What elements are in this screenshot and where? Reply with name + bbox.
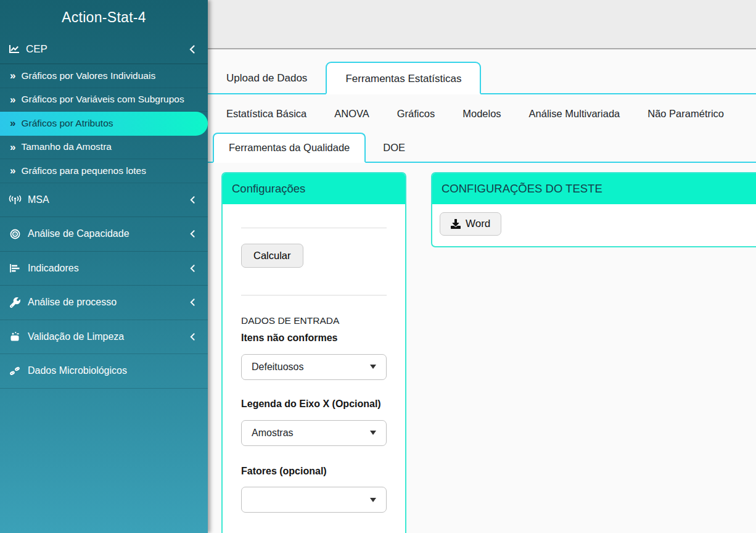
angle-double-right-icon: » <box>10 70 15 81</box>
sidebar-item-graficos-por-atributos[interactable]: » Gráficos por Atributos <box>0 112 208 136</box>
caret-down-icon <box>370 365 376 369</box>
configuracoes-do-teste-panel: CONFIGURAÇÕES DO TESTE Word <box>431 172 756 247</box>
sidebar-item-label: Análise de Capacidade <box>28 228 129 239</box>
calcular-button[interactable]: Calcular <box>241 244 303 268</box>
fatores-select[interactable] <box>241 487 387 513</box>
tab-doe[interactable]: DOE <box>366 134 422 162</box>
sidebar-item-graficos-variaveis-subgrupos[interactable]: » Gráficos por Variáveis com Subgrupos <box>0 88 208 112</box>
sidebar-item-tamanho-da-amostra[interactable]: » Tamanho da Amostra <box>0 136 208 160</box>
word-button-label: Word <box>466 218 490 230</box>
soap-icon <box>8 331 22 342</box>
chevron-left-icon <box>189 44 195 54</box>
sidebar-item-label: CEP <box>26 43 47 56</box>
angle-double-right-icon: » <box>10 94 15 105</box>
sidebar-item-label: MSA <box>28 194 49 205</box>
divider <box>241 295 387 295</box>
broadcast-tower-icon <box>8 195 22 205</box>
top-header-bar <box>208 0 756 49</box>
tab-ferramentas-estatisticas[interactable]: Ferramentas Estatísticas <box>326 62 481 94</box>
sidebar-item-label: Tamanho da Amostra <box>21 141 111 152</box>
sidebar-item-msa[interactable]: MSA <box>0 183 208 218</box>
tertiary-tab-bar: Ferramentas da Qualidade DOE <box>208 133 756 163</box>
sidebar-item-cep[interactable]: CEP <box>0 35 208 64</box>
app-title: Action-Stat-4 <box>0 0 208 35</box>
configuracoes-do-teste-body: Word <box>432 204 756 244</box>
sidebar-item-validacao-de-limpeza[interactable]: Validação de Limpeza <box>0 320 208 355</box>
chevron-left-icon <box>189 298 195 307</box>
nav-anova[interactable]: ANOVA <box>324 102 379 125</box>
bullseye-icon <box>8 229 22 239</box>
itens-nao-conformes-select[interactable]: Defeituosos <box>241 354 387 380</box>
caret-down-icon <box>370 431 376 435</box>
sidebar-item-analise-de-capacidade[interactable]: Análise de Capacidade <box>0 217 208 252</box>
angle-double-right-icon: » <box>10 165 15 176</box>
selected-value: Defeituosos <box>252 362 304 373</box>
caret-down-icon <box>370 498 376 502</box>
chevron-left-icon <box>189 196 195 204</box>
nav-estatistica-basica[interactable]: Estatística Básica <box>216 102 316 125</box>
selected-value: Amostras <box>252 428 294 439</box>
configuracoes-panel: Configurações Calcular DADOS DE ENTRADA … <box>221 172 406 533</box>
sidebar: Action-Stat-4 CEP » Gráficos por Valores… <box>0 0 208 533</box>
sidebar-item-label: Gráficos por Variáveis com Subgrupos <box>21 94 184 105</box>
download-icon <box>451 219 461 229</box>
chevron-left-icon <box>189 229 195 238</box>
content-panels: Configurações Calcular DADOS DE ENTRADA … <box>208 163 756 533</box>
wrench-icon <box>8 297 22 308</box>
configuracoes-do-teste-title: CONFIGURAÇÕES DO TESTE <box>432 173 756 204</box>
sidebar-item-label: Gráficos para pequenos lotes <box>21 165 146 176</box>
legenda-eixo-x-label: Legenda do Eixo X (Opcional) <box>241 397 387 412</box>
primary-tab-bar: Upload de Dados Ferramentas Estatísticas <box>208 62 756 94</box>
word-export-button[interactable]: Word <box>440 212 501 236</box>
input-section-title: DADOS DE ENTRADA <box>241 315 387 326</box>
itens-nao-conformes-label: Itens não conformes <box>241 331 387 346</box>
configuracoes-panel-title: Configurações <box>223 173 405 204</box>
chevron-left-icon <box>189 264 195 273</box>
sidebar-item-dados-microbiologicos[interactable]: Dados Microbiológicos <box>0 354 208 389</box>
sidebar-item-label: Gráficos por Valores Individuais <box>21 70 155 81</box>
sidebar-sections: MSA Análise de Capacidade Indicadores <box>0 183 208 389</box>
tab-ferramentas-da-qualidade[interactable]: Ferramentas da Qualidade <box>213 133 366 163</box>
nav-nao-parametrico[interactable]: Não Paramétrico <box>638 102 734 125</box>
angle-double-right-icon: » <box>10 118 15 128</box>
cep-submenu: » Gráficos por Valores Individuais » Grá… <box>0 64 208 183</box>
sidebar-item-label: Análise de processo <box>28 297 117 308</box>
configuracoes-panel-body: Calcular DADOS DE ENTRADA Itens não conf… <box>223 228 405 533</box>
tab-upload-de-dados[interactable]: Upload de Dados <box>208 64 326 93</box>
angle-double-right-icon: » <box>10 142 15 152</box>
sidebar-item-label: Validação de Limpeza <box>28 331 124 342</box>
chevron-left-icon <box>189 333 195 341</box>
sidebar-item-label: Indicadores <box>28 263 79 274</box>
fatores-label: Fatores (opcional) <box>241 464 387 479</box>
divider <box>241 228 387 228</box>
chart-line-icon <box>9 44 20 54</box>
chart-bar-icon <box>8 263 22 273</box>
sidebar-item-graficos-pequenos-lotes[interactable]: » Gráficos para pequenos lotes <box>0 159 208 183</box>
main-area: Upload de Dados Ferramentas Estatísticas… <box>208 0 756 533</box>
sidebar-item-label: Dados Microbiológicos <box>28 365 127 376</box>
sidebar-item-analise-de-processo[interactable]: Análise de processo <box>0 286 208 320</box>
bacteria-icon <box>8 366 22 376</box>
nav-analise-multivariada[interactable]: Análise Multivariada <box>519 102 630 125</box>
sidebar-item-graficos-valores-individuais[interactable]: » Gráficos por Valores Individuais <box>0 64 208 88</box>
nav-graficos[interactable]: Gráficos <box>387 102 445 125</box>
secondary-nav-bar: Estatística Básica ANOVA Gráficos Modelo… <box>208 94 756 133</box>
sidebar-item-label: Gráficos por Atributos <box>21 118 113 129</box>
legenda-eixo-x-select[interactable]: Amostras <box>241 420 387 446</box>
nav-modelos[interactable]: Modelos <box>453 102 511 125</box>
sidebar-item-indicadores[interactable]: Indicadores <box>0 252 208 286</box>
